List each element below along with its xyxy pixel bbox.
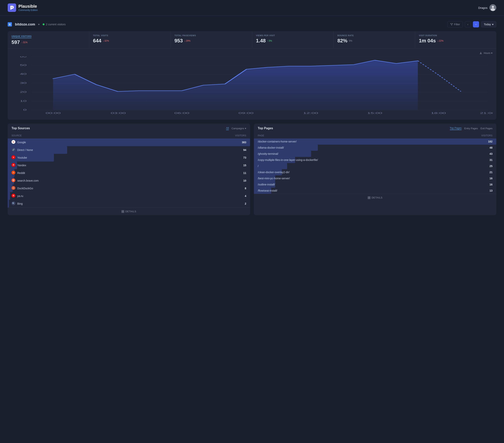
site-left: B bitdoze.com ▾ 2 current visitors (8, 22, 66, 26)
stat-views-per-visit-value: 1.48 (256, 38, 266, 44)
stats-row: UNIQUE VISITORS 597 ↓ 31% TOTAL VISITS 6… (8, 31, 496, 49)
svg-text:12:00: 12:00 (303, 112, 318, 114)
stat-bounce-rate-label: BOUNCE RATE (337, 34, 411, 37)
next-period-button[interactable]: › (473, 21, 479, 27)
svg-text:30: 30 (20, 82, 26, 84)
row-content: /best-mini-pc-home-server/ (258, 177, 290, 180)
row-content: 🔗 Direct / None (12, 148, 33, 152)
table-row[interactable]: Я ya.ru 4 (8, 192, 250, 200)
page-path: /best-mini-pc-home-server/ (258, 177, 290, 180)
stat-bounce-rate-value: 82% (337, 38, 347, 44)
source-visitors: 94 (243, 148, 246, 152)
source-icon: 🔗 (12, 148, 15, 152)
stat-views-per-visit-label: VIEWS PER VISIT (256, 34, 330, 37)
row-content: D DuckDuckGo (12, 186, 33, 191)
top-sources-title: Top Sources (12, 127, 30, 130)
stat-unique-visitors-value: 597 (12, 39, 20, 45)
site-domain[interactable]: bitdoze.com (15, 22, 35, 26)
tab-campaigns[interactable]: Campaigns ▾ (232, 127, 246, 130)
table-row[interactable]: /ollama-docker-install/ 48 (254, 145, 496, 151)
stat-total-visits[interactable]: TOTAL VISITS 644 ↓ 32% (89, 31, 171, 48)
top-pages-header: Top Pages Top Pages Entry Pages Exit Pag… (254, 123, 496, 133)
svg-text:🔍: 🔍 (12, 202, 15, 205)
page-path: /outline-install/ (258, 183, 275, 186)
table-row[interactable]: G Google 383 (8, 138, 250, 146)
chart-svg: 0 10 20 30 40 50 60 (12, 56, 492, 118)
row-bar (8, 200, 9, 207)
hours-selector[interactable]: Hours ▾ (484, 51, 492, 54)
table-row[interactable]: 🔗 Direct / None 94 (8, 146, 250, 154)
stat-total-visits-value: 644 (93, 38, 101, 44)
table-row[interactable]: Youtube 73 (8, 154, 250, 161)
live-dot (43, 23, 45, 25)
stat-total-visits-label: TOTAL VISITS (93, 34, 167, 37)
stat-bounce-rate[interactable]: BOUNCE RATE 82% 0% (334, 31, 415, 48)
stat-unique-visitors[interactable]: UNIQUE VISITORS 597 ↓ 31% (8, 31, 89, 48)
tab-entry-pages[interactable]: Entry Pages (464, 127, 478, 130)
svg-text:21:00: 21:00 (480, 112, 492, 114)
filter-button[interactable]: Filter (447, 21, 463, 27)
header: Plausible Community Edition Dragos (0, 0, 504, 16)
download-button[interactable] (479, 52, 482, 54)
source-icon: B (12, 178, 15, 183)
period-selector[interactable]: Today ▾ (481, 21, 496, 27)
tab-exit-pages[interactable]: Exit Pages (481, 127, 492, 130)
svg-rect-51 (369, 197, 370, 198)
stat-views-per-visit[interactable]: VIEWS PER VISIT 1.48 ↑ 3% (252, 31, 334, 48)
source-visitors: 11 (243, 171, 246, 174)
top-sources-header: Top Sources All Campaigns ▾ (8, 123, 250, 133)
prev-period-button[interactable]: ‹ (465, 21, 471, 27)
table-row[interactable]: Я Yandex 15 (8, 161, 250, 169)
page-visitors: 25 (489, 165, 492, 168)
page-path: / (258, 165, 258, 168)
bottom-panels: Top Sources All Campaigns ▾ Source Visit… (8, 123, 496, 215)
svg-rect-50 (368, 197, 369, 198)
stat-visit-duration-label: VISIT DURATION (419, 34, 493, 37)
source-visitors: 2 (245, 202, 246, 205)
table-row[interactable]: /clean-docker-overlay2-dir/ 21 (254, 169, 496, 175)
row-content: /ghostty-terminal/ (258, 152, 278, 155)
main-content: B bitdoze.com ▾ 2 current visitors Filte… (0, 16, 504, 221)
table-row[interactable]: /copy-multiple-files-in-one-layer-using-… (254, 157, 496, 163)
table-row[interactable]: / 25 (254, 163, 496, 169)
row-content: Я ya.ru (12, 194, 23, 198)
table-row[interactable]: 🔍 Bing 2 (8, 200, 250, 207)
table-row[interactable]: D DuckDuckGo 8 (8, 185, 250, 192)
sources-details-button[interactable]: DETAILS (8, 207, 250, 215)
source-icon: R (12, 171, 15, 175)
tab-all[interactable]: All (226, 127, 229, 130)
site-dropdown-icon[interactable]: ▾ (38, 23, 39, 26)
stat-visit-duration[interactable]: VISIT DURATION 1m 04s ↓ 22% (415, 31, 497, 48)
chart-area: Hours ▾ 0 10 20 (8, 49, 496, 120)
table-row[interactable]: /best-mini-pc-home-server/ 16 (254, 175, 496, 181)
table-row[interactable]: B search.brave.com 10 (8, 177, 250, 185)
table-row[interactable]: /flowiseai-install/ 13 (254, 187, 496, 194)
stat-total-pageviews[interactable]: TOTAL PAGEVIEWS 953 ↓ 29% (171, 31, 252, 48)
row-content: 🔍 Bing (12, 201, 23, 206)
pages-details-button[interactable]: DETAILS (254, 194, 496, 201)
pages-table: /docker-containers-home-server/ 182 /oll… (254, 138, 496, 194)
svg-rect-49 (123, 212, 124, 213)
page-visitors: 48 (489, 146, 492, 149)
table-row[interactable]: /docker-containers-home-server/ 182 (254, 138, 496, 145)
svg-rect-47 (123, 210, 124, 211)
table-row[interactable]: /outline-install/ 16 (254, 181, 496, 187)
svg-point-2 (492, 6, 494, 8)
page-visitors: 182 (488, 140, 492, 143)
user-area[interactable]: Dragos (478, 4, 496, 11)
expand-icon (122, 210, 124, 213)
svg-text:18:00: 18:00 (431, 112, 446, 114)
row-content: /docker-containers-home-server/ (258, 140, 297, 143)
tab-top-pages[interactable]: Top Pages (450, 127, 462, 130)
stat-views-per-visit-change: ↑ 3% (267, 39, 272, 42)
source-name: Direct / None (17, 148, 33, 152)
page-path: /flowiseai-install/ (258, 189, 277, 192)
source-icon: Я (12, 163, 15, 168)
row-content: /ollama-docker-install/ (258, 146, 284, 149)
table-row[interactable]: /ghostty-terminal/ 43 (254, 151, 496, 157)
page-visitors: 43 (489, 152, 492, 155)
page-path: /docker-containers-home-server/ (258, 140, 297, 143)
top-sources-panel: Top Sources All Campaigns ▾ Source Visit… (8, 123, 250, 215)
source-name: Yandex (17, 164, 26, 167)
table-row[interactable]: R Reddit 11 (8, 169, 250, 177)
